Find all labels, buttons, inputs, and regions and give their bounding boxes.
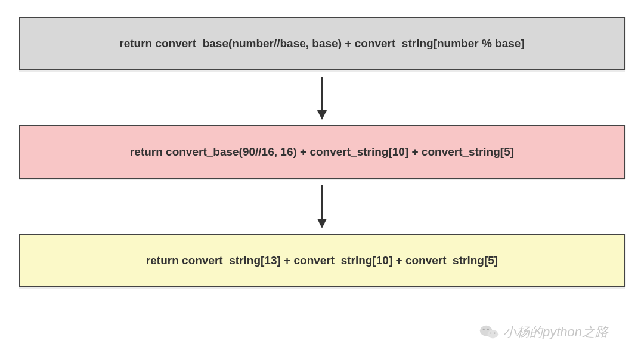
wechat-icon (479, 324, 499, 340)
svg-point-4 (490, 332, 491, 333)
arrow-down-icon (321, 185, 323, 227)
flowchart-container: return convert_base(number//base, base) … (0, 0, 644, 304)
svg-point-3 (487, 329, 489, 330)
flowchart-step-2: return convert_base(90//16, 16) + conver… (19, 125, 625, 179)
arrow-2-wrap (19, 179, 625, 234)
step-3-text: return convert_string[13] + convert_stri… (146, 254, 498, 267)
svg-point-2 (483, 329, 485, 330)
arrow-1-wrap (19, 70, 625, 125)
arrow-down-icon (321, 77, 323, 119)
watermark-text: 小杨的python之路 (503, 323, 608, 341)
flowchart-step-1: return convert_base(number//base, base) … (19, 17, 625, 70)
svg-point-1 (488, 330, 499, 338)
watermark: 小杨的python之路 (479, 323, 608, 341)
step-2-text: return convert_base(90//16, 16) + conver… (130, 145, 514, 159)
flowchart-step-3: return convert_string[13] + convert_stri… (19, 234, 625, 287)
svg-point-5 (494, 332, 495, 333)
step-1-text: return convert_base(number//base, base) … (119, 37, 524, 50)
